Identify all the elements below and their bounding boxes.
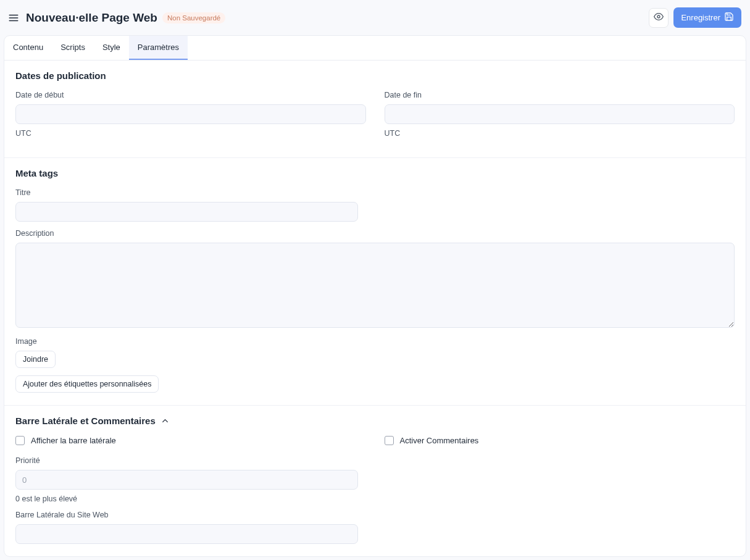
meta-title-label: Titre — [15, 188, 735, 197]
page-title: Nouveau·elle Page Web — [26, 11, 157, 25]
priority-label: Priorité — [15, 456, 735, 465]
page-header: Nouveau·elle Page Web Non Sauvegardé Enr… — [4, 4, 746, 35]
section-sidebar-comments: Barre Latérale et Commentaires Afficher … — [4, 406, 746, 556]
website-sidebar-input[interactable] — [15, 524, 358, 544]
section-meta-tags: Meta tags Titre Description Image Joindr… — [4, 158, 746, 406]
meta-image-label: Image — [15, 337, 735, 346]
meta-description-label: Description — [15, 229, 735, 238]
preview-button[interactable] — [649, 8, 669, 28]
header-right: Enregistrer — [649, 7, 741, 28]
svg-point-3 — [657, 15, 660, 18]
save-button[interactable]: Enregistrer — [673, 7, 741, 28]
end-date-hint: UTC — [385, 129, 735, 138]
section-publication-dates: Dates de publication Date de début UTC D… — [4, 61, 746, 158]
enable-comments-label: Activer Commentaires — [400, 436, 479, 445]
enable-comments-checkbox[interactable] — [385, 436, 394, 445]
tab-style[interactable]: Style — [94, 36, 129, 60]
show-sidebar-label: Afficher la barre latérale — [31, 436, 116, 445]
section-title-meta: Meta tags — [15, 168, 735, 178]
menu-icon[interactable] — [6, 10, 21, 25]
tab-settings[interactable]: Paramètres — [129, 36, 188, 60]
start-date-label: Date de début — [15, 91, 366, 99]
chevron-up-icon[interactable] — [160, 416, 170, 425]
tabs: Contenu Scripts Style Paramètres — [4, 36, 746, 61]
content-card: Contenu Scripts Style Paramètres Dates d… — [4, 35, 746, 557]
save-button-label: Enregistrer — [681, 13, 720, 22]
section-title-sidebar: Barre Latérale et Commentaires — [15, 416, 735, 426]
section-title-publication: Dates de publication — [15, 70, 735, 81]
status-badge: Non Sauvegardé — [162, 12, 225, 23]
header-left: Nouveau·elle Page Web Non Sauvegardé — [6, 10, 225, 25]
meta-description-textarea[interactable] — [15, 243, 735, 328]
eye-icon — [654, 12, 664, 23]
attach-button[interactable]: Joindre — [15, 351, 56, 368]
section-title-sidebar-label: Barre Latérale et Commentaires — [15, 416, 156, 426]
priority-hint: 0 est le plus élevé — [15, 495, 735, 503]
add-custom-tags-button[interactable]: Ajouter des étiquettes personnalisées — [15, 375, 159, 393]
end-date-input[interactable] — [385, 104, 735, 124]
save-icon — [724, 12, 734, 23]
website-sidebar-label: Barre Latérale du Site Web — [15, 511, 735, 519]
start-date-hint: UTC — [15, 129, 366, 138]
show-sidebar-checkbox[interactable] — [15, 436, 25, 445]
meta-title-input[interactable] — [15, 202, 358, 222]
tab-scripts[interactable]: Scripts — [52, 36, 94, 60]
start-date-input[interactable] — [15, 104, 366, 124]
end-date-label: Date de fin — [385, 91, 735, 99]
tab-content[interactable]: Contenu — [4, 36, 52, 60]
priority-input[interactable] — [15, 470, 358, 490]
